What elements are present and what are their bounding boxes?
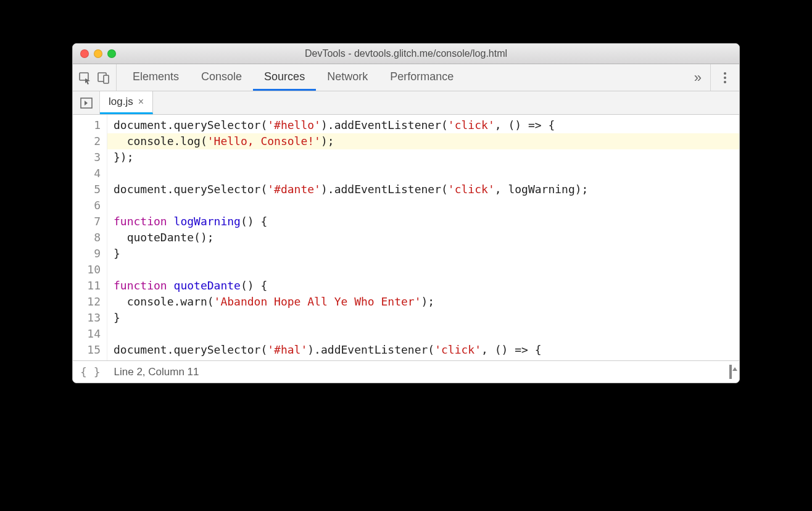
close-file-icon[interactable]: ×	[138, 96, 144, 107]
line-number[interactable]: 4	[73, 165, 101, 181]
line-number[interactable]: 2	[73, 133, 101, 149]
code-line[interactable]: function logWarning() {	[114, 214, 739, 230]
line-number-gutter[interactable]: 123456789101112131415	[73, 115, 107, 360]
line-number[interactable]: 15	[73, 342, 101, 358]
line-number[interactable]: 1	[73, 117, 101, 133]
settings-menu-button[interactable]	[718, 71, 732, 85]
code-line[interactable]	[114, 262, 739, 278]
code-line[interactable]: console.warn('Abandon Hope All Ye Who En…	[114, 294, 739, 310]
navigator-toggle-button[interactable]	[73, 91, 100, 114]
inspect-element-icon[interactable]	[78, 70, 93, 85]
code-line[interactable]: document.querySelector('#hal').addEventL…	[114, 342, 739, 358]
line-number[interactable]: 11	[73, 278, 101, 294]
line-number[interactable]: 12	[73, 294, 101, 310]
svg-rect-2	[104, 75, 109, 83]
cursor-position-text: Line 2, Column 11	[114, 366, 199, 378]
console-drawer-toggle[interactable]	[729, 365, 732, 379]
file-tab-active[interactable]: log.js ×	[100, 91, 153, 114]
code-line[interactable]: document.querySelector('#hello').addEven…	[114, 117, 739, 133]
devtools-window: DevTools - devtools.glitch.me/console/lo…	[72, 43, 740, 383]
chevron-double-right-icon: »	[694, 70, 702, 86]
panel-tabs-row: ElementsConsoleSourcesNetworkPerformance…	[73, 64, 739, 91]
code-line[interactable]: });	[114, 149, 739, 165]
code-line[interactable]: function quoteDante() {	[114, 278, 739, 294]
panel-tab-performance[interactable]: Performance	[379, 64, 465, 91]
panel-tab-console[interactable]: Console	[190, 64, 253, 91]
code-line[interactable]: document.querySelector('#dante').addEven…	[114, 181, 739, 197]
code-line[interactable]: console.log('Hello, Console!');	[107, 133, 739, 149]
file-tab-label: log.js	[109, 96, 133, 108]
panel-tab-network[interactable]: Network	[316, 64, 379, 91]
panel-tabs: ElementsConsoleSourcesNetworkPerformance	[122, 64, 686, 91]
line-number[interactable]: 8	[73, 230, 101, 246]
close-window-button[interactable]	[80, 49, 89, 58]
panel-tab-elements[interactable]: Elements	[122, 64, 190, 91]
zoom-window-button[interactable]	[107, 49, 116, 58]
line-number[interactable]: 9	[73, 246, 101, 262]
pretty-print-button[interactable]: { }	[80, 365, 101, 378]
window-title: DevTools - devtools.glitch.me/console/lo…	[73, 48, 739, 59]
source-editor[interactable]: 123456789101112131415 document.querySele…	[73, 115, 739, 360]
code-line[interactable]: }	[114, 246, 739, 262]
file-tabs-row: log.js ×	[73, 91, 739, 115]
titlebar: DevTools - devtools.glitch.me/console/lo…	[73, 44, 739, 64]
panel-tab-sources[interactable]: Sources	[253, 64, 316, 91]
drawer-collapse-icon	[729, 365, 732, 379]
traffic-lights	[80, 49, 116, 58]
line-number[interactable]: 10	[73, 262, 101, 278]
line-number[interactable]: 6	[73, 197, 101, 214]
status-bar: { } Line 2, Column 11	[73, 360, 739, 383]
line-number[interactable]: 5	[73, 181, 101, 197]
code-line[interactable]: }	[114, 310, 739, 326]
toolbar-right	[710, 64, 739, 91]
more-tabs-button[interactable]: »	[686, 64, 710, 91]
toolbar-left	[73, 64, 117, 91]
line-number[interactable]: 3	[73, 149, 101, 165]
device-toggle-icon[interactable]	[96, 70, 111, 85]
minimize-window-button[interactable]	[94, 49, 102, 58]
line-number[interactable]: 14	[73, 326, 101, 342]
code-line[interactable]: quoteDante();	[114, 230, 739, 246]
code-line[interactable]	[114, 326, 739, 342]
code-content[interactable]: document.querySelector('#hello').addEven…	[107, 115, 739, 360]
code-line[interactable]	[114, 165, 739, 181]
line-number[interactable]: 7	[73, 214, 101, 230]
code-line[interactable]	[114, 197, 739, 214]
line-number[interactable]: 13	[73, 310, 101, 326]
svg-rect-0	[80, 73, 88, 80]
